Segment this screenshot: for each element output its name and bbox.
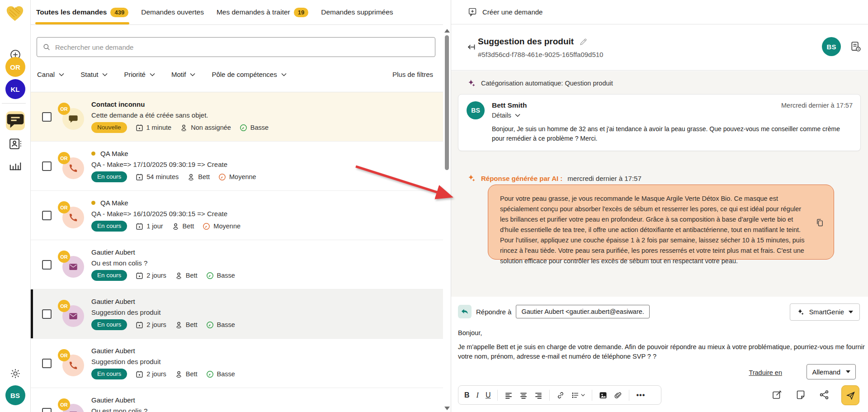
align-right-button[interactable]: [534, 391, 542, 399]
row-checkbox[interactable]: [42, 408, 52, 412]
reply-greeting[interactable]: Bonjour,: [458, 329, 482, 336]
chat-channel-icon: [68, 114, 78, 124]
request-list: OR Contact inconnu Cette demande a été c…: [31, 92, 443, 412]
row-duration: 1 jour: [136, 223, 163, 230]
align-center-button[interactable]: [519, 391, 528, 399]
bold-button[interactable]: B: [464, 391, 470, 399]
calendar-icon: [136, 223, 143, 230]
more-options-button[interactable]: •••: [636, 391, 645, 399]
chevron-down-icon: [59, 73, 64, 76]
tab-count-badge: 19: [294, 8, 308, 17]
row-priority: Moyenne: [203, 223, 241, 230]
insert-image-button[interactable]: [599, 391, 607, 399]
row-priority: Basse: [206, 370, 235, 378]
phone-channel-icon: [68, 213, 78, 223]
tab-toutes-les-demandes[interactable]: Toutes les demandes 439: [35, 0, 129, 24]
row-checkbox[interactable]: [42, 161, 52, 171]
scrollbar-down-arrow[interactable]: [444, 407, 450, 410]
sidebar-divider: [2, 103, 26, 104]
smartgenie-button[interactable]: SmartGenie: [790, 303, 860, 321]
row-avatar: OR: [58, 251, 88, 279]
create-request-button[interactable]: Créer une demande: [468, 7, 542, 17]
filter-pole-de-competences[interactable]: Pôle de compétences: [212, 71, 286, 78]
row-contact-name: Contact inconnu: [91, 100, 269, 108]
filter-motif[interactable]: Motif: [171, 71, 196, 78]
align-left-button[interactable]: [505, 391, 513, 399]
share-icon[interactable]: [819, 389, 830, 400]
italic-button[interactable]: I: [476, 391, 479, 399]
send-button[interactable]: [841, 385, 859, 405]
row-meta: En cours 2 jours Bett Basse: [91, 369, 235, 379]
tab-demandes-ouvertes[interactable]: Demandes ouvertes: [140, 0, 205, 24]
filter-label: Motif: [171, 71, 186, 78]
reply-body-text[interactable]: Je m'appelle Bett et je suis en charge d…: [458, 342, 868, 361]
copy-icon[interactable]: [815, 218, 825, 227]
settings-gear-icon[interactable]: [9, 368, 21, 379]
tab-mes-demandes[interactable]: Mes demandes à traiter 19: [216, 0, 309, 24]
filter-label: Priorité: [124, 71, 146, 78]
more-filters-button[interactable]: Plus de filtres: [392, 71, 433, 78]
nav-requests-chat-icon[interactable]: [6, 111, 25, 130]
ticket-history-icon[interactable]: [850, 41, 862, 52]
translate-link[interactable]: Traduire en: [749, 369, 782, 376]
workspace-avatar-kl[interactable]: KL: [5, 79, 25, 99]
row-duration: 1 minute: [136, 124, 172, 132]
workspace-avatar-or[interactable]: OR: [5, 57, 25, 77]
row-checkbox[interactable]: [42, 359, 52, 368]
request-row[interactable]: OR Contact inconnu Cette demande a été c…: [31, 92, 443, 142]
tab-demandes-supprimees[interactable]: Demandes supprimées: [320, 0, 394, 24]
request-row[interactable]: OR QA Make QA - Make=> 16/10/2025 09:30:…: [31, 191, 443, 240]
toolbar-divider: [549, 390, 550, 401]
reply-recipient-field[interactable]: [516, 305, 650, 318]
nav-analytics-icon[interactable]: [9, 158, 22, 171]
edit-title-pencil-icon[interactable]: [579, 38, 588, 46]
list-scrollbar[interactable]: [443, 25, 451, 412]
compose-note-icon[interactable]: [772, 389, 783, 400]
row-checkbox[interactable]: [42, 309, 52, 319]
filter-canal[interactable]: Canal: [37, 71, 64, 78]
app-window: OR KL BS Toutes les demandes 439 Demande…: [0, 0, 868, 412]
search-box[interactable]: [37, 37, 435, 57]
row-priority: Moyenne: [218, 173, 256, 181]
status-badge: En cours: [91, 369, 127, 379]
assignee-avatar[interactable]: BS: [822, 37, 841, 56]
calendar-icon: [136, 370, 143, 378]
filter-label: Canal: [37, 71, 55, 78]
row-checkbox[interactable]: [42, 211, 52, 220]
attach-file-button[interactable]: [614, 391, 622, 399]
formatting-toolbar: B I U •••: [458, 385, 661, 405]
nav-contacts-icon[interactable]: [9, 137, 22, 151]
row-avatar: OR: [58, 398, 88, 412]
row-checkbox[interactable]: [42, 112, 52, 122]
underline-button[interactable]: U: [486, 391, 491, 399]
row-meta: En cours 2 jours Bett Basse: [91, 270, 235, 281]
user-avatar[interactable]: BS: [5, 385, 25, 405]
request-row[interactable]: OR Gautier Aubert Suggestion des produit…: [31, 339, 443, 388]
back-arrow-icon[interactable]: [465, 42, 476, 52]
person-icon: [180, 124, 188, 132]
row-subject: Ou est mon colis ?: [91, 259, 235, 267]
person-icon: [175, 321, 183, 329]
toolbar-divider: [497, 390, 498, 401]
list-style-button[interactable]: [571, 391, 585, 399]
scrollbar-thumb[interactable]: [445, 35, 449, 170]
filter-statut[interactable]: Statut: [80, 71, 108, 78]
request-row[interactable]: OR QA Make QA - Make=> 17/10/2025 09:30:…: [31, 142, 443, 191]
chevron-down-icon: [190, 73, 195, 76]
auto-categorization: Catégorisation automatique: Question pro…: [467, 79, 613, 88]
internal-note-icon[interactable]: [795, 389, 806, 400]
scrollbar-up-arrow[interactable]: [444, 29, 450, 33]
translate-language-select[interactable]: Allemand: [807, 364, 856, 379]
search-input[interactable]: [55, 43, 429, 51]
message-details-toggle[interactable]: Détails: [492, 112, 520, 119]
person-icon: [172, 223, 179, 230]
row-subject: Suggestion des produit: [91, 358, 235, 365]
request-row[interactable]: OR Gautier Aubert Ou est mon colis ? En …: [31, 388, 443, 412]
tab-label: Toutes les demandes: [36, 8, 107, 16]
request-row[interactable]: OR Gautier Aubert Ou est mon colis ? En …: [31, 240, 443, 289]
insert-link-button[interactable]: [557, 391, 565, 399]
filter-priorite[interactable]: Priorité: [124, 71, 155, 78]
request-row[interactable]: OR Gautier Aubert Suggestion des produit…: [31, 289, 443, 339]
detail-header: Créer une demande: [451, 0, 868, 24]
row-checkbox[interactable]: [42, 260, 52, 270]
